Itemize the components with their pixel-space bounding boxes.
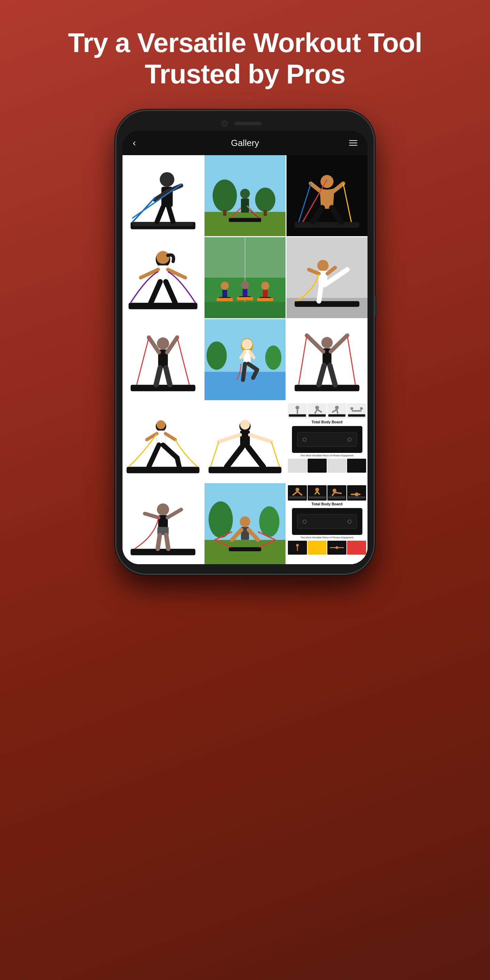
- svg-rect-125: [348, 414, 365, 417]
- svg-rect-129: [130, 549, 195, 555]
- svg-line-119: [317, 409, 322, 412]
- svg-rect-13: [223, 210, 227, 216]
- gallery-cell-14[interactable]: [205, 483, 285, 564]
- svg-line-70: [156, 368, 160, 385]
- svg-rect-42: [205, 302, 285, 318]
- gallery-cell-1[interactable]: [123, 155, 204, 236]
- svg-point-79: [242, 339, 252, 350]
- svg-line-160: [332, 492, 334, 496]
- svg-line-90: [331, 336, 347, 352]
- tbb-subtitle-1: The Most Versatile Piece of Fitness Equi…: [301, 454, 353, 457]
- svg-rect-43: [205, 237, 285, 278]
- svg-rect-54: [237, 297, 253, 301]
- svg-line-93: [299, 336, 307, 385]
- svg-line-124: [337, 409, 338, 414]
- svg-point-115: [295, 406, 299, 409]
- svg-point-14: [255, 188, 275, 212]
- back-button[interactable]: ‹: [133, 137, 136, 148]
- svg-line-99: [149, 445, 159, 467]
- gallery-cell-15[interactable]: Total Body Board The Most Versatile Piec…: [286, 483, 368, 564]
- svg-point-47: [241, 281, 249, 289]
- svg-rect-11: [205, 212, 285, 236]
- gallery-cell-10[interactable]: [123, 401, 204, 482]
- svg-point-139: [208, 501, 233, 538]
- tbb-title-1: Total Body Board: [312, 420, 343, 424]
- gallery-cell-3[interactable]: [286, 155, 368, 236]
- svg-point-50: [261, 282, 269, 290]
- menu-line-3: [349, 145, 357, 146]
- gallery-cell-4[interactable]: [123, 237, 204, 318]
- svg-rect-162: [348, 496, 365, 498]
- svg-rect-57: [286, 298, 368, 318]
- svg-point-66: [157, 337, 169, 350]
- svg-line-123: [332, 409, 337, 412]
- svg-point-159: [332, 488, 336, 492]
- svg-point-24: [321, 175, 334, 188]
- svg-line-9: [133, 185, 181, 218]
- svg-rect-53: [217, 298, 233, 301]
- app-header: ‹ Gallery: [123, 130, 368, 155]
- svg-rect-141: [229, 547, 261, 551]
- page-title: Gallery: [231, 138, 259, 148]
- svg-point-155: [315, 488, 319, 492]
- gallery-cell-12[interactable]: Total Body Board The Most Versatile Piec…: [286, 401, 368, 482]
- svg-point-165: [296, 544, 299, 547]
- svg-point-59: [317, 260, 328, 271]
- phone-top-bar: [123, 121, 368, 127]
- gallery-cell-6[interactable]: [286, 237, 368, 318]
- svg-rect-114: [289, 414, 306, 417]
- gallery-cell-9[interactable]: [286, 319, 368, 400]
- phone-shell: ‹ Gallery: [116, 110, 374, 574]
- svg-rect-86: [295, 385, 360, 391]
- svg-rect-19: [229, 218, 261, 222]
- menu-icon[interactable]: [349, 140, 357, 146]
- svg-line-36: [151, 282, 160, 303]
- phone-camera: [221, 121, 228, 127]
- svg-point-76: [207, 341, 227, 369]
- gallery-cell-2[interactable]: [205, 155, 285, 236]
- svg-rect-1: [133, 222, 194, 226]
- svg-point-106: [240, 420, 250, 430]
- gallery-cell-5[interactable]: [205, 237, 285, 318]
- svg-point-151: [295, 488, 299, 492]
- svg-point-118: [315, 406, 319, 409]
- svg-line-6: [157, 207, 163, 222]
- svg-rect-55: [257, 298, 274, 301]
- svg-point-2: [159, 172, 174, 187]
- svg-rect-95: [127, 467, 199, 473]
- gallery-cell-7[interactable]: [123, 319, 204, 400]
- svg-point-142: [240, 517, 250, 527]
- svg-line-101: [177, 458, 179, 467]
- svg-line-156: [315, 492, 317, 494]
- svg-point-128: [360, 407, 363, 410]
- svg-rect-17: [241, 198, 249, 213]
- gallery-cell-11[interactable]: [205, 401, 285, 482]
- svg-rect-154: [309, 496, 326, 498]
- svg-line-100: [163, 445, 177, 458]
- svg-rect-121: [328, 414, 345, 417]
- phone-screen: ‹ Gallery: [123, 130, 368, 564]
- svg-line-102: [147, 434, 157, 440]
- svg-line-111: [250, 435, 271, 442]
- svg-point-34: [156, 251, 169, 264]
- svg-rect-150: [289, 496, 306, 498]
- svg-rect-158: [328, 496, 345, 498]
- svg-line-133: [158, 535, 160, 549]
- svg-point-130: [157, 504, 169, 516]
- svg-line-94: [347, 336, 356, 385]
- svg-rect-15: [264, 210, 267, 216]
- gallery-cell-8[interactable]: [205, 319, 285, 400]
- gallery-cell-13[interactable]: [123, 483, 204, 564]
- hero-title: Try a Versatile Workout Tool Trusted by …: [0, 27, 490, 90]
- svg-line-73: [177, 337, 189, 385]
- svg-line-134: [166, 535, 169, 549]
- svg-rect-117: [309, 414, 326, 417]
- svg-line-61: [319, 285, 321, 301]
- svg-point-97: [156, 420, 165, 429]
- svg-line-135: [145, 514, 158, 517]
- svg-line-108: [227, 447, 242, 467]
- gallery-grid: Total Body Board The Most Versatile Piec…: [123, 155, 368, 564]
- svg-rect-58: [295, 301, 360, 307]
- svg-rect-138: [205, 540, 285, 564]
- svg-line-81: [243, 364, 245, 380]
